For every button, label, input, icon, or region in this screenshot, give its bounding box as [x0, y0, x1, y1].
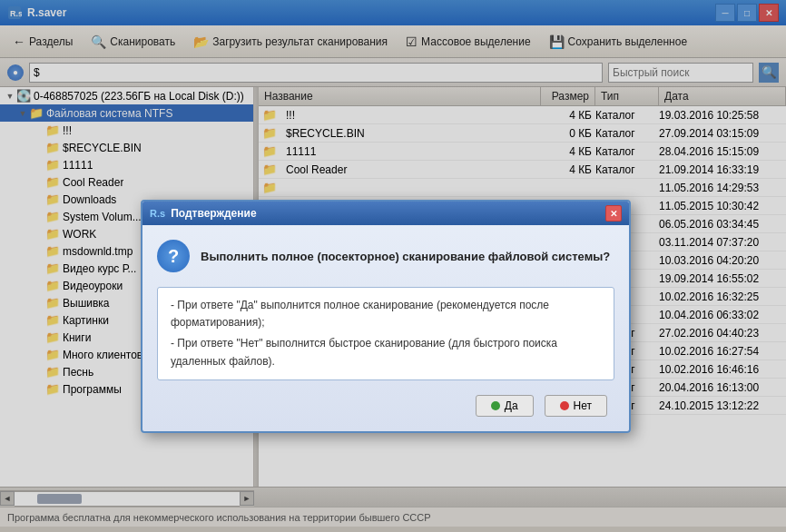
dialog-body: ? Выполнить полное (посекторное) сканиро… — [142, 225, 629, 431]
dialog-question-area: ? Выполнить полное (посекторное) сканиро… — [157, 240, 614, 272]
dialog-info-box: - При ответе "Да" выполнится полное скан… — [157, 287, 614, 380]
dialog-title: Подтверждение — [171, 207, 605, 220]
question-icon: ? — [157, 240, 190, 272]
dialog-close-button[interactable]: ✕ — [605, 205, 622, 222]
dialog-buttons: Да Нет — [157, 395, 614, 417]
dialog-overlay: R.s Подтверждение ✕ ? Выполнить полное (… — [0, 0, 786, 532]
no-label: Нет — [574, 399, 592, 412]
dialog-question-text: Выполнить полное (посекторное) сканирова… — [201, 250, 610, 263]
confirmation-dialog: R.s Подтверждение ✕ ? Выполнить полное (… — [141, 200, 631, 433]
dialog-title-bar: R.s Подтверждение ✕ — [142, 202, 629, 225]
no-button[interactable]: Нет — [545, 395, 607, 417]
yes-icon — [491, 401, 500, 410]
dialog-logo: R.s — [150, 208, 165, 219]
yes-label: Да — [505, 399, 518, 412]
yes-button[interactable]: Да — [476, 395, 534, 417]
dialog-info-line-2: - При ответе "Нет" выполнится быстрое ск… — [171, 335, 601, 369]
dialog-info-line-1: - При ответе "Да" выполнится полное скан… — [171, 297, 601, 331]
no-icon — [560, 401, 569, 410]
